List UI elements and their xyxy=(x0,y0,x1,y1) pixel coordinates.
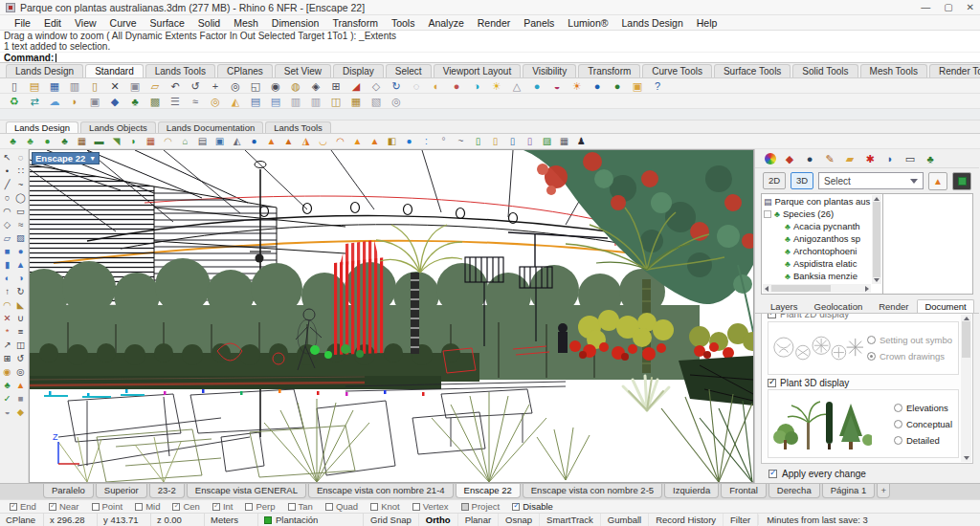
raytrace-view-icon[interactable]: ◑ xyxy=(467,79,486,93)
status-toggle[interactable]: SmartTrack xyxy=(540,514,601,526)
panel-tab[interactable]: Geolocation xyxy=(807,299,871,313)
plant-3d-display-checkbox[interactable] xyxy=(768,379,776,387)
command-prompt-input[interactable]: Command: xyxy=(0,52,980,63)
annotate-pencil-icon[interactable]: ✎ xyxy=(823,152,836,165)
crown-drawings-radio[interactable]: Crown drawings xyxy=(867,351,952,362)
menu-item[interactable]: Curve xyxy=(103,17,144,29)
setting-out-symbols-radio[interactable]: Setting out symbo xyxy=(867,335,952,345)
walk-person-icon[interactable]: ♟ xyxy=(573,135,590,148)
elevations-radio[interactable]: Elevations xyxy=(894,403,952,413)
lasso-icon[interactable]: ◌ xyxy=(14,151,28,164)
environment-icon[interactable]: ● xyxy=(803,152,816,165)
viewport-tab[interactable]: Página 1 xyxy=(822,484,876,498)
species-item[interactable]: ♣ Aspidistra elatic xyxy=(764,257,871,270)
window-tile-icon[interactable]: ▦ xyxy=(346,95,366,108)
status-toggle[interactable]: Filter xyxy=(724,514,758,526)
polygon-icon[interactable]: ◇ xyxy=(1,218,14,230)
viewport-tab[interactable]: Superior xyxy=(96,484,147,498)
toolbar-tab[interactable]: Display xyxy=(333,64,384,77)
screenshot-icon[interactable]: ◎ xyxy=(387,95,406,108)
terrain-lake-icon[interactable]: ◡ xyxy=(315,135,331,148)
snap-icon[interactable]: ◎ xyxy=(14,365,28,378)
osnap-toggle[interactable]: End xyxy=(10,501,36,512)
menu-item[interactable]: Solid xyxy=(191,17,227,29)
terrain-merge-icon[interactable]: ▲ xyxy=(349,135,366,148)
toolbar-tab[interactable]: Surface Tools xyxy=(714,64,791,77)
doc-zone-icon[interactable]: ▯ xyxy=(504,135,521,148)
osnap-toggle[interactable]: Point xyxy=(92,501,123,512)
target-icon[interactable]: ◎ xyxy=(206,95,225,108)
menu-item[interactable]: Transform xyxy=(325,17,384,29)
circle-icon[interactable]: ○ xyxy=(1,191,14,204)
viewport-enscape-22[interactable]: Z Enscape 22▼ xyxy=(29,149,754,483)
viewport-tab[interactable]: Enscape vista con nombre 21-4 xyxy=(308,484,454,498)
wall-icon[interactable]: ▦ xyxy=(143,135,159,148)
zoom-selected-icon[interactable]: ◍ xyxy=(286,79,305,93)
new-viewport-tab-button[interactable]: + xyxy=(877,484,890,498)
menu-item[interactable]: Tools xyxy=(385,17,422,29)
earth-icon[interactable]: ● xyxy=(588,79,607,93)
curve-icon[interactable]: ~ xyxy=(14,178,28,190)
panel-tab[interactable]: Document xyxy=(917,299,973,313)
plant-add-icon[interactable]: ♣ xyxy=(22,135,38,148)
print-icon[interactable]: ▥ xyxy=(65,79,84,93)
status-toggle[interactable]: Ortho xyxy=(419,514,458,526)
line-icon[interactable]: ╱ xyxy=(1,178,14,190)
tree-horizontal-scrollbar[interactable] xyxy=(763,284,871,293)
species-item[interactable]: ♣ Anigozanthos sp xyxy=(764,232,871,245)
shaded-view-icon[interactable]: ◐ xyxy=(427,79,446,93)
species-item[interactable]: ♣ Archontophoeni xyxy=(764,245,871,257)
mountains-icon[interactable]: ▲ xyxy=(367,135,383,148)
menu-item[interactable]: File xyxy=(8,17,37,29)
rendered-view-icon[interactable]: ● xyxy=(447,79,466,93)
menu-item[interactable]: View xyxy=(68,17,103,29)
viewport-tab[interactable]: Derecha xyxy=(768,484,820,498)
lands-terrain-icon[interactable]: ▲ xyxy=(14,379,28,391)
active-layer-selector[interactable]: Plantación xyxy=(258,514,364,526)
surface-icon[interactable]: ▱ xyxy=(1,231,14,244)
rotate-icon[interactable]: ↺ xyxy=(14,352,28,364)
lands-tab[interactable]: Lands Documentation xyxy=(158,121,263,133)
window-cascade-icon[interactable]: ▤ xyxy=(246,95,265,108)
scale-icon[interactable]: ↗ xyxy=(1,339,14,351)
window-close-icon[interactable]: ▧ xyxy=(367,95,386,108)
viewport-tab[interactable]: 23-2 xyxy=(149,484,185,498)
delete-icon[interactable]: ✕ xyxy=(105,79,124,93)
open-file-icon[interactable]: ▤ xyxy=(25,79,44,93)
zoom-to-plant-button[interactable]: ▲ xyxy=(928,172,947,190)
tree-root-item[interactable]: ▤ Parque con plantas aus xyxy=(764,195,871,208)
mirror-icon[interactable]: ◫ xyxy=(14,339,28,351)
leaf-icon[interactable]: ◗ xyxy=(125,135,142,148)
menu-item[interactable]: Panels xyxy=(517,17,561,29)
revolve-icon[interactable]: ↻ xyxy=(14,285,28,297)
render-icon[interactable]: ● xyxy=(527,79,546,93)
lands-tab[interactable]: Lands Design xyxy=(6,121,78,133)
toolbar-tab[interactable]: Set View xyxy=(275,64,331,77)
scroll-left-icon[interactable] xyxy=(765,286,768,292)
arc-icon[interactable]: ◠ xyxy=(1,205,14,217)
ellipse-icon[interactable]: ◯ xyxy=(14,191,28,204)
lamp-icon[interactable]: ◭ xyxy=(226,95,245,108)
lands-sync-icon[interactable]: ⇄ xyxy=(25,95,44,108)
view-2d-button[interactable]: 2D xyxy=(763,172,786,189)
shrub-icon[interactable]: ◥ xyxy=(108,135,124,148)
window-split-icon[interactable]: ◫ xyxy=(326,95,345,108)
doc-list-icon[interactable]: ▯ xyxy=(487,135,503,148)
hide-icon[interactable]: ◒ xyxy=(1,405,14,418)
menu-item[interactable]: Render xyxy=(471,17,517,29)
point-icon[interactable]: • xyxy=(1,164,14,177)
osnap-toggle[interactable]: Int xyxy=(212,501,234,512)
tree-icon[interactable]: ♣ xyxy=(125,95,145,108)
osnap-toggle[interactable]: Mid xyxy=(135,501,160,512)
plant-pin-icon[interactable]: ♣ xyxy=(5,135,21,148)
restore-button[interactable]: ▢ xyxy=(944,2,952,12)
detailed-radio[interactable]: Detailed xyxy=(894,435,952,446)
copy-icon[interactable]: ▣ xyxy=(125,79,145,93)
minimize-button[interactable]: — xyxy=(921,2,930,12)
picture-icon[interactable]: ▣ xyxy=(212,135,228,148)
status-toggle[interactable]: Gumball xyxy=(601,514,649,526)
copy-page-icon[interactable]: ▯ xyxy=(85,79,104,93)
plant-2d-display-checkbox[interactable] xyxy=(768,314,776,318)
wireframe-view-icon[interactable]: ◌ xyxy=(407,79,426,93)
path-icon[interactable]: ◠ xyxy=(160,135,176,148)
